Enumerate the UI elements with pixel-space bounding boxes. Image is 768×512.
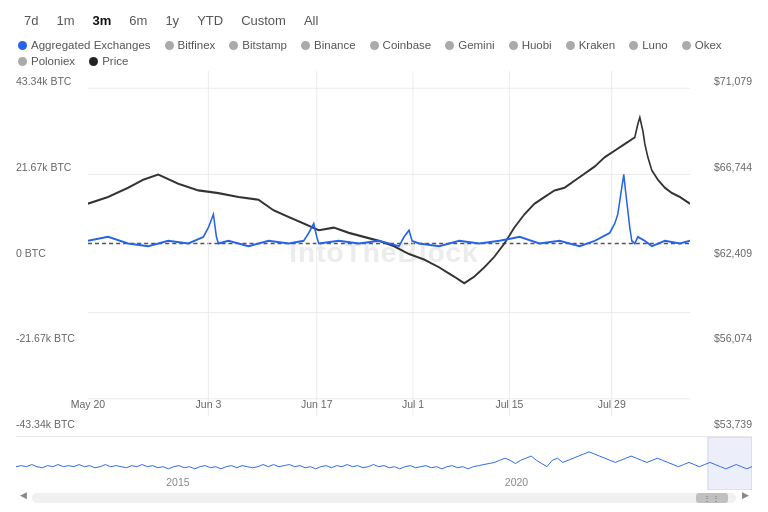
y-label-left: 21.67k BTC bbox=[16, 161, 88, 173]
y-label-right: $53,739 bbox=[690, 418, 752, 430]
legend-label: Bitfinex bbox=[178, 39, 216, 51]
legend-item-okex: Okex bbox=[682, 39, 722, 51]
y-label-right: $71,079 bbox=[690, 75, 752, 87]
legend-dot-kraken bbox=[566, 41, 575, 50]
legend-dot-luno bbox=[629, 41, 638, 50]
scroll-right-arrow[interactable]: ▶ bbox=[738, 488, 752, 502]
time-btn-all[interactable]: All bbox=[296, 10, 326, 31]
legend-label: Poloniex bbox=[31, 55, 75, 67]
legend-dot-binance bbox=[301, 41, 310, 50]
time-btn-7d[interactable]: 7d bbox=[16, 10, 46, 31]
mini-chart-container: 2015 2020 bbox=[16, 436, 752, 490]
time-range-bar: 7d1m3m6m1yYTDCustomAll bbox=[16, 10, 752, 31]
legend-label: Bitstamp bbox=[242, 39, 287, 51]
mini-chart-svg: 2015 2020 bbox=[16, 437, 752, 490]
legend-label: Okex bbox=[695, 39, 722, 51]
svg-text:2020: 2020 bbox=[505, 476, 529, 488]
legend-item-poloniex: Poloniex bbox=[18, 55, 75, 67]
chart-inner: May 20Jun 3Jun 17Jul 1Jul 15Jul 29 bbox=[88, 71, 690, 416]
x-label: Jun 3 bbox=[196, 398, 222, 410]
x-label: Jul 15 bbox=[495, 398, 523, 410]
scroll-left-arrow[interactable]: ◀ bbox=[16, 488, 30, 502]
legend-label: Aggregated Exchanges bbox=[31, 39, 151, 51]
legend-item-bitstamp: Bitstamp bbox=[229, 39, 287, 51]
scrollbar-track[interactable]: ⋮⋮ bbox=[32, 493, 736, 503]
legend-item-coinbase: Coinbase bbox=[370, 39, 432, 51]
legend-item-bitfinex: Bitfinex bbox=[165, 39, 216, 51]
svg-text:2015: 2015 bbox=[166, 476, 190, 488]
legend-item-price: Price bbox=[89, 55, 128, 67]
y-label-right: $56,074 bbox=[690, 332, 752, 344]
chart-wrapper: 43.34k BTC21.67k BTC0 BTC-21.67k BTC-43.… bbox=[16, 71, 752, 506]
x-label: Jun 17 bbox=[301, 398, 333, 410]
legend-item-huobi: Huobi bbox=[509, 39, 552, 51]
x-label: May 20 bbox=[71, 398, 105, 410]
legend-dot-bitstamp bbox=[229, 41, 238, 50]
legend-item-kraken: Kraken bbox=[566, 39, 615, 51]
legend-dot-gemini bbox=[445, 41, 454, 50]
legend-dot-poloniex bbox=[18, 57, 27, 66]
x-label: Jul 1 bbox=[402, 398, 424, 410]
legend-bar: Aggregated ExchangesBitfinexBitstampBina… bbox=[16, 39, 752, 67]
legend-label: Huobi bbox=[522, 39, 552, 51]
time-btn-custom[interactable]: Custom bbox=[233, 10, 294, 31]
legend-dot-bitfinex bbox=[165, 41, 174, 50]
y-label-left: -43.34k BTC bbox=[16, 418, 88, 430]
legend-label: Price bbox=[102, 55, 128, 67]
svg-rect-10 bbox=[708, 437, 752, 490]
legend-dot-coinbase bbox=[370, 41, 379, 50]
legend-dot-aggregated-exchanges bbox=[18, 41, 27, 50]
legend-dot-price bbox=[89, 57, 98, 66]
y-label-left: 0 BTC bbox=[16, 247, 88, 259]
legend-item-luno: Luno bbox=[629, 39, 668, 51]
legend-item-aggregated-exchanges: Aggregated Exchanges bbox=[18, 39, 151, 51]
y-label-right: $66,744 bbox=[690, 161, 752, 173]
legend-item-binance: Binance bbox=[301, 39, 356, 51]
legend-dot-okex bbox=[682, 41, 691, 50]
y-label-right: $62,409 bbox=[690, 247, 752, 259]
y-label-left: -21.67k BTC bbox=[16, 332, 88, 344]
legend-label: Coinbase bbox=[383, 39, 432, 51]
x-axis: May 20Jun 3Jun 17Jul 1Jul 15Jul 29 bbox=[88, 398, 690, 416]
scrollbar-thumb[interactable]: ⋮⋮ bbox=[696, 493, 728, 503]
main-chart-svg bbox=[88, 71, 690, 416]
legend-label: Luno bbox=[642, 39, 668, 51]
time-btn-3m[interactable]: 3m bbox=[85, 10, 120, 31]
legend-label: Gemini bbox=[458, 39, 494, 51]
x-label: Jul 29 bbox=[598, 398, 626, 410]
time-btn-ytd[interactable]: YTD bbox=[189, 10, 231, 31]
legend-dot-huobi bbox=[509, 41, 518, 50]
time-btn-6m[interactable]: 6m bbox=[121, 10, 155, 31]
time-btn-1m[interactable]: 1m bbox=[48, 10, 82, 31]
legend-item-gemini: Gemini bbox=[445, 39, 494, 51]
legend-label: Kraken bbox=[579, 39, 615, 51]
y-label-left: 43.34k BTC bbox=[16, 75, 88, 87]
main-chart-container: 43.34k BTC21.67k BTC0 BTC-21.67k BTC-43.… bbox=[16, 71, 752, 434]
y-axis-right: $71,079$66,744$62,409$56,074$53,739 bbox=[690, 71, 752, 434]
scrollbar-row: ◀ ⋮⋮ ▶ bbox=[16, 490, 752, 506]
main-container: 7d1m3m6m1yYTDCustomAll Aggregated Exchan… bbox=[0, 0, 768, 512]
time-btn-1y[interactable]: 1y bbox=[157, 10, 187, 31]
legend-label: Binance bbox=[314, 39, 356, 51]
y-axis-left: 43.34k BTC21.67k BTC0 BTC-21.67k BTC-43.… bbox=[16, 71, 88, 434]
